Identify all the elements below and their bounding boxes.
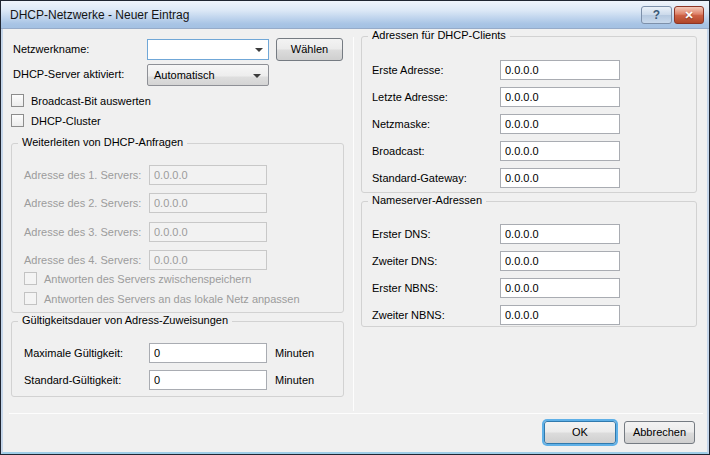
chevron-down-icon	[253, 74, 261, 78]
nameserver-group: Nameserver-Adressen Erster DNS: Zweiter …	[361, 201, 697, 327]
network-name-dropdown-button[interactable]	[251, 40, 268, 59]
broadcast-bit-checkbox[interactable]	[11, 94, 24, 107]
adapt-responses-checkbox	[24, 292, 37, 305]
max-validity-input[interactable]	[149, 343, 267, 363]
help-button[interactable]: ?	[641, 6, 672, 24]
broadcast-input[interactable]	[500, 141, 620, 161]
column-divider	[353, 37, 354, 411]
max-validity-unit: Minuten	[275, 347, 314, 360]
validity-group: Gültigkeitsdauer von Adress-Zuweisungen …	[11, 321, 344, 397]
first-address-label: Erste Adresse:	[372, 64, 444, 77]
broadcast-bit-checkbox-label: Broadcast-Bit auswerten	[31, 95, 151, 108]
gateway-input[interactable]	[500, 168, 620, 188]
dhcp-network-dialog: DHCP-Netzwerke - Neuer Eintrag ? ✕ Netzw…	[0, 0, 710, 455]
last-address-label: Letzte Adresse:	[372, 91, 448, 104]
server-address-4-input	[149, 250, 267, 270]
forward-requests-group-title: Weiterleiten von DHCP-Anfragen	[18, 136, 187, 149]
netmask-label: Netzmaske:	[372, 118, 430, 131]
first-address-input[interactable]	[500, 60, 620, 80]
dhcp-server-label: DHCP-Server aktiviert:	[13, 68, 124, 81]
titlebar[interactable]: DHCP-Netzwerke - Neuer Eintrag ? ✕	[1, 1, 709, 29]
netmask-input[interactable]	[500, 114, 620, 134]
gateway-label: Standard-Gateway:	[372, 172, 467, 185]
network-name-input[interactable]	[148, 40, 268, 59]
server-address-2-input	[149, 193, 267, 213]
dhcp-cluster-checkbox[interactable]	[11, 114, 24, 127]
last-address-input[interactable]	[500, 87, 620, 107]
server-address-3-label: Adresse des 3. Servers:	[24, 226, 141, 239]
client-addresses-group-title: Adressen für DHCP-Clients	[368, 29, 510, 42]
close-button[interactable]: ✕	[674, 6, 704, 24]
validity-group-title: Gültigkeitsdauer von Adress-Zuweisungen	[18, 314, 232, 327]
cache-responses-checkbox	[24, 272, 37, 285]
second-dns-input[interactable]	[500, 251, 620, 271]
server-address-1-input	[149, 165, 267, 185]
second-nbns-label: Zweiter NBNS:	[372, 309, 445, 322]
dhcp-cluster-checkbox-label: DHCP-Cluster	[31, 115, 101, 128]
chevron-down-icon	[255, 48, 263, 52]
network-name-combobox[interactable]	[147, 39, 269, 60]
close-icon: ✕	[684, 9, 693, 21]
default-validity-unit: Minuten	[275, 374, 314, 387]
first-nbns-input[interactable]	[500, 278, 620, 298]
broadcast-label: Broadcast:	[372, 145, 425, 158]
first-nbns-label: Erster NBNS:	[372, 282, 438, 295]
dhcp-server-select[interactable]: Automatisch	[147, 64, 269, 86]
server-address-4-label: Adresse des 4. Servers:	[24, 254, 141, 267]
client-addresses-group: Adressen für DHCP-Clients Erste Adresse:…	[361, 36, 697, 193]
help-icon: ?	[653, 8, 660, 22]
max-validity-label: Maximale Gültigkeit:	[24, 347, 123, 360]
ok-button[interactable]: OK	[544, 421, 616, 444]
server-address-3-input	[149, 222, 267, 242]
default-validity-input[interactable]	[149, 370, 267, 390]
forward-requests-group: Weiterleiten von DHCP-Anfragen Adresse d…	[11, 143, 344, 313]
adapt-responses-checkbox-label: Antworten des Servers an das lokale Netz…	[44, 293, 300, 306]
nameserver-group-title: Nameserver-Adressen	[368, 194, 486, 207]
network-name-label: Netzwerkname:	[13, 43, 89, 56]
cancel-button[interactable]: Abbrechen	[624, 421, 695, 444]
second-nbns-input[interactable]	[500, 305, 620, 325]
default-validity-label: Standard-Gültigkeit:	[24, 374, 121, 387]
server-address-2-label: Adresse des 2. Servers:	[24, 197, 141, 210]
first-dns-input[interactable]	[500, 224, 620, 244]
choose-button[interactable]: Wählen	[276, 38, 343, 61]
dialog-title: DHCP-Netzwerke - Neuer Eintrag	[10, 8, 189, 22]
first-dns-label: Erster DNS:	[372, 228, 431, 241]
dhcp-server-selected-value: Automatisch	[154, 69, 215, 81]
second-dns-label: Zweiter DNS:	[372, 255, 437, 268]
footer-divider	[9, 413, 703, 414]
server-address-1-label: Adresse des 1. Servers:	[24, 169, 141, 182]
cache-responses-checkbox-label: Antworten des Servers zwischenspeichern	[44, 273, 251, 286]
